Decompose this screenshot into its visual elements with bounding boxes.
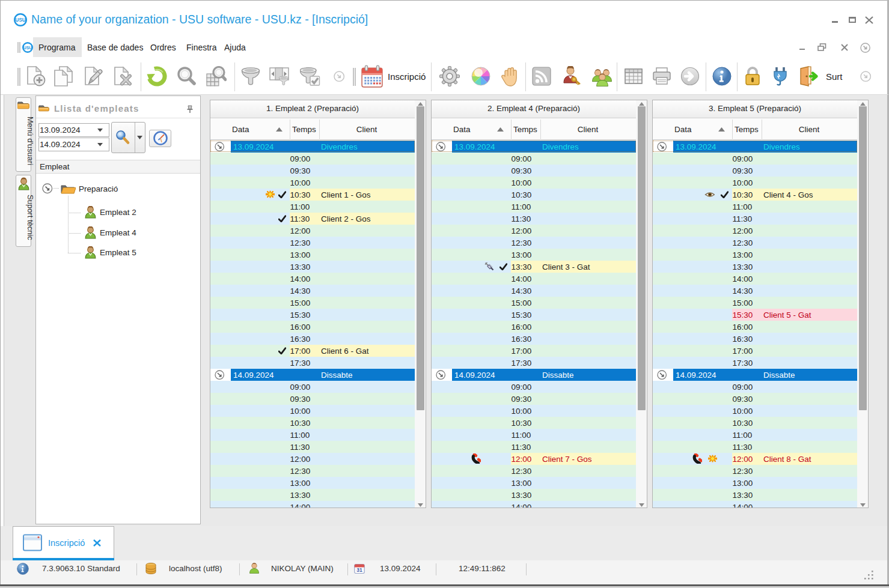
svg-text:31: 31 [356,567,362,573]
svg-text:USU: USU [15,17,26,23]
svg-text:USU: USU [23,46,32,50]
